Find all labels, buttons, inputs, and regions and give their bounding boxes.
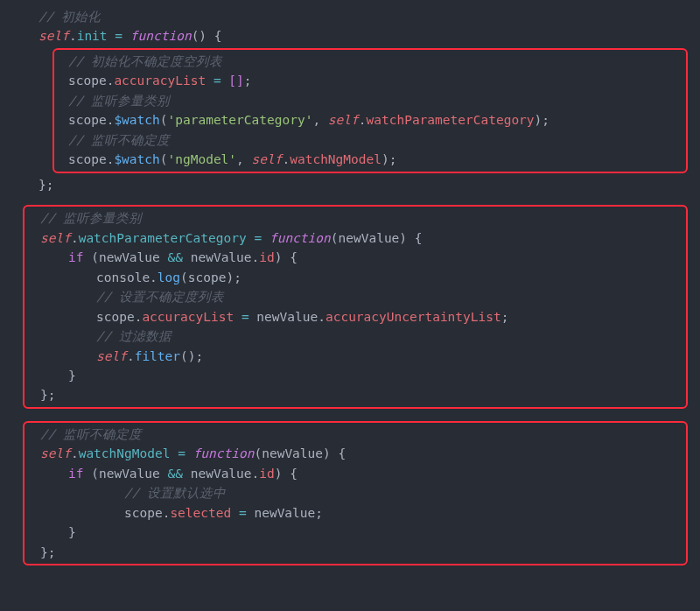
code-line: // 监听参量类别 xyxy=(24,208,686,228)
code-line: scope.$watch('parameterCategory', self.w… xyxy=(54,110,686,130)
comment: // 监听不确定度 xyxy=(40,427,142,441)
code-line: // 过滤数据 xyxy=(24,327,686,346)
code-line: // 监听参量类别 xyxy=(54,91,686,110)
code-line: // 初始化不确定度空列表 xyxy=(54,52,686,71)
code-line: self.init = function() { xyxy=(0,26,700,46)
code-line: }; xyxy=(24,543,686,562)
code-line: } xyxy=(24,523,686,542)
comment: // 监听参量类别 xyxy=(40,211,142,225)
code-line: if (newValue && newValue.id) { xyxy=(24,248,686,267)
code-line: // 监听不确定度 xyxy=(54,130,686,150)
comment: // 初始化 xyxy=(38,10,101,24)
code-editor: // 初始化 self.init = function() { // 初始化不确… xyxy=(0,0,700,574)
comment: // 初始化不确定度空列表 xyxy=(68,54,222,68)
code-line: // 初始化 xyxy=(0,7,700,26)
code-line: } xyxy=(24,366,686,385)
code-line: scope.selected = newValue; xyxy=(24,503,686,523)
code-line: // 设置不确定度列表 xyxy=(24,287,686,306)
code-line: }; xyxy=(0,175,700,194)
code-line: }; xyxy=(24,385,686,404)
code-line: scope.accuracyList = newValue.accuracyUn… xyxy=(24,307,686,327)
comment: // 监听参量类别 xyxy=(68,94,170,108)
code-line: // 设置默认选中 xyxy=(24,483,686,502)
code-line: if (newValue && newValue.id) { xyxy=(24,464,686,483)
highlight-box-watch-ngmodel: // 监听不确定度 self.watchNgModel = function(n… xyxy=(23,421,688,565)
comment: // 设置默认选中 xyxy=(124,486,226,500)
highlight-box-init: // 初始化不确定度空列表 scope.accuracyList = []; /… xyxy=(52,48,688,173)
comment: // 监听不确定度 xyxy=(68,133,170,147)
spacer xyxy=(0,411,700,419)
code-line: self.watchParameterCategory = function(n… xyxy=(24,228,686,248)
code-line: scope.$watch('ngModel', self.watchNgMode… xyxy=(54,150,686,169)
code-line: console.log(scope); xyxy=(24,268,686,287)
code-line: // 监听不确定度 xyxy=(24,425,686,444)
spacer xyxy=(0,194,700,203)
comment: // 设置不确定度列表 xyxy=(96,290,224,304)
highlight-box-watch-param: // 监听参量类别 self.watchParameterCategory = … xyxy=(23,205,688,409)
comment: // 过滤数据 xyxy=(96,329,172,343)
code-line: self.filter(); xyxy=(24,347,686,366)
code-line: scope.accuracyList = []; xyxy=(54,71,686,90)
code-line: self.watchNgModel = function(newValue) { xyxy=(24,444,686,463)
